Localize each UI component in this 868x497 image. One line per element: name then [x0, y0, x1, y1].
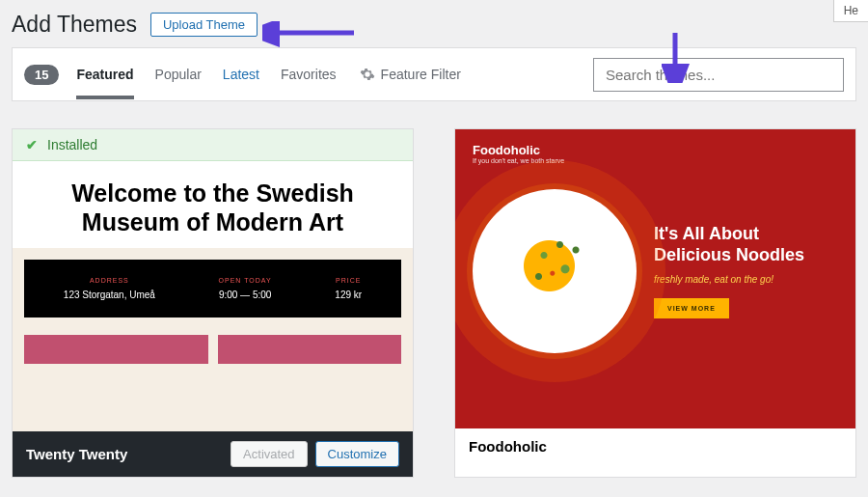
- theme-card-foodoholic[interactable]: Foodoholic If you don't eat, we both sta…: [454, 128, 856, 478]
- installed-badge: ✔ Installed: [13, 129, 413, 161]
- check-icon: ✔: [26, 137, 38, 152]
- page-title: Add Themes: [12, 12, 137, 38]
- tab-latest[interactable]: Latest: [223, 49, 259, 99]
- food-bowl-graphic: [473, 189, 637, 353]
- activated-button[interactable]: Activated: [231, 441, 307, 467]
- filter-tabs: Featured Popular Latest Favorites: [76, 49, 336, 99]
- preview-tagline: If you don't eat, we both starve: [473, 157, 838, 164]
- help-button[interactable]: He: [833, 0, 868, 22]
- theme-count-badge: 15: [24, 65, 59, 85]
- tab-popular[interactable]: Popular: [155, 49, 202, 99]
- theme-card-twenty-twenty[interactable]: ✔ Installed Welcome to the Swedish Museu…: [12, 128, 414, 478]
- theme-preview: Welcome to the Swedish Museum of Modern …: [13, 161, 413, 431]
- preview-headline: It's All About Delicious Noodles: [654, 224, 838, 265]
- theme-footer: Twenty Twenty Activated Customize: [13, 431, 413, 477]
- theme-name: Twenty Twenty: [26, 446, 231, 462]
- gear-icon: [360, 67, 375, 82]
- theme-preview: Foodoholic If you don't eat, we both sta…: [455, 129, 855, 428]
- tab-featured[interactable]: Featured: [76, 49, 133, 99]
- preview-subtext: freshly made, eat on the go!: [654, 274, 838, 285]
- filter-bar: 15 Featured Popular Latest Favorites Fea…: [12, 47, 856, 101]
- theme-name: Foodoholic: [469, 438, 842, 455]
- preview-logo: Foodoholic: [473, 143, 838, 157]
- tab-favorites[interactable]: Favorites: [281, 49, 337, 99]
- preview-hero: Welcome to the Swedish Museum of Modern …: [13, 161, 413, 248]
- search-input[interactable]: [593, 58, 844, 92]
- feature-filter-button[interactable]: Feature Filter: [360, 67, 461, 82]
- customize-button[interactable]: Customize: [315, 441, 399, 467]
- upload-theme-button[interactable]: Upload Theme: [150, 13, 258, 37]
- preview-cta-button: VIEW MORE: [654, 298, 729, 318]
- feature-filter-label: Feature Filter: [381, 67, 461, 82]
- installed-label: Installed: [47, 137, 97, 152]
- theme-footer: Foodoholic: [455, 428, 855, 464]
